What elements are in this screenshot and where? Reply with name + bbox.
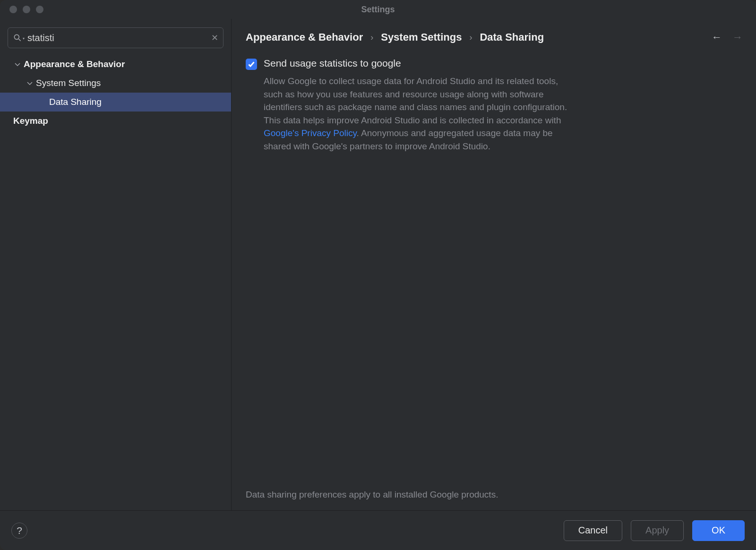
- sidebar-item-data-sharing[interactable]: Data Sharing: [0, 93, 231, 112]
- sidebar: ▾ ✕ Appearance & Behavior S: [0, 19, 232, 510]
- sidebar-item-system-settings[interactable]: System Settings: [0, 74, 231, 93]
- settings-tree: Appearance & Behavior System Settings Da…: [0, 54, 231, 510]
- main-panel: Appearance & Behavior › System Settings …: [232, 19, 756, 510]
- ok-button[interactable]: OK: [692, 520, 745, 541]
- clear-search-icon[interactable]: ✕: [211, 33, 218, 43]
- desc-text: Allow Google to collect usage data for A…: [264, 76, 567, 125]
- sidebar-item-label: System Settings: [36, 78, 101, 88]
- checkbox-label[interactable]: Send usage statistics to google: [264, 58, 401, 69]
- sidebar-item-label: Data Sharing: [49, 97, 102, 107]
- zoom-window-icon[interactable]: [36, 6, 43, 13]
- sidebar-item-label: Appearance & Behavior: [24, 59, 125, 69]
- main-header: Appearance & Behavior › System Settings …: [246, 31, 747, 43]
- window-controls: [9, 6, 43, 13]
- privacy-policy-link[interactable]: Google's Privacy Policy: [264, 128, 357, 138]
- chevron-right-icon: ›: [370, 33, 373, 43]
- breadcrumb: Appearance & Behavior › System Settings …: [246, 31, 544, 43]
- send-usage-stats-checkbox[interactable]: [246, 59, 257, 70]
- chevron-down-icon: [26, 80, 34, 86]
- close-window-icon[interactable]: [9, 6, 17, 13]
- forward-arrow-icon: →: [732, 31, 743, 43]
- titlebar: Settings: [0, 0, 756, 19]
- content-area: Send usage statistics to google Allow Go…: [246, 58, 747, 486]
- search-field[interactable]: ▾ ✕: [8, 27, 223, 48]
- chevron-right-icon: ›: [469, 33, 472, 43]
- search-input[interactable]: [25, 33, 211, 43]
- svg-line-1: [19, 39, 21, 41]
- breadcrumb-item[interactable]: System Settings: [381, 31, 462, 43]
- breadcrumb-item[interactable]: Appearance & Behavior: [246, 31, 363, 43]
- help-button[interactable]: ?: [11, 523, 27, 539]
- minimize-window-icon[interactable]: [23, 6, 30, 13]
- cancel-button[interactable]: Cancel: [564, 520, 622, 541]
- chevron-down-icon: [13, 61, 22, 67]
- search-icon: ▾: [13, 33, 25, 43]
- back-arrow-icon[interactable]: ←: [712, 31, 722, 43]
- breadcrumb-item[interactable]: Data Sharing: [480, 31, 544, 43]
- window-title: Settings: [0, 5, 756, 15]
- dialog-body: ▾ ✕ Appearance & Behavior S: [0, 19, 756, 510]
- sidebar-item-keymap[interactable]: Keymap: [0, 112, 231, 130]
- sidebar-item-label: Keymap: [13, 116, 48, 126]
- setting-description: Allow Google to collect usage data for A…: [246, 75, 576, 153]
- settings-window: Settings ▾ ✕: [0, 0, 756, 550]
- nav-arrows: ← →: [712, 31, 747, 43]
- send-usage-stats-setting: Send usage statistics to google: [246, 58, 747, 70]
- button-bar: ? Cancel Apply OK: [0, 510, 756, 550]
- apply-button: Apply: [631, 520, 684, 541]
- footer-note: Data sharing preferences apply to all in…: [246, 486, 747, 506]
- sidebar-item-appearance-behavior[interactable]: Appearance & Behavior: [0, 55, 231, 74]
- svg-point-0: [14, 34, 19, 39]
